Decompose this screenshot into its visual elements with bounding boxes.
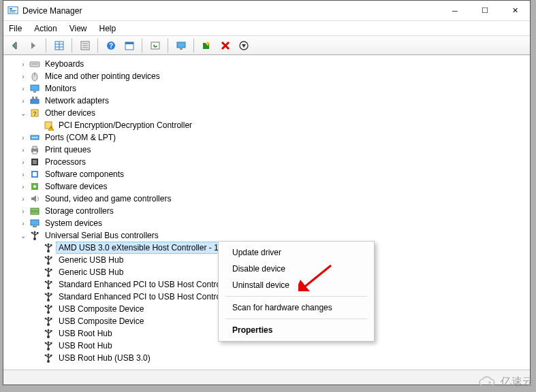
toolbar-delete-button[interactable] xyxy=(218,38,233,53)
tree-category[interactable]: ›Storage controllers xyxy=(7,205,530,217)
toolbar-props-grid-button[interactable] xyxy=(52,38,67,53)
svg-point-92 xyxy=(45,281,47,283)
tree-category[interactable]: ›Processors xyxy=(7,156,530,168)
tree-item[interactable]: USB Root Hub (USB 3.0) xyxy=(7,352,530,364)
watermark: 亿速云 xyxy=(475,375,533,389)
usb-icon xyxy=(43,328,54,339)
toolbar-add-hw-button[interactable] xyxy=(200,38,215,53)
context-menu-item[interactable]: Update driver xyxy=(219,244,374,261)
tree-category[interactable]: ›Ports (COM & LPT) xyxy=(7,131,530,144)
svg-rect-3 xyxy=(10,12,15,12)
menu-file[interactable]: File xyxy=(9,24,22,33)
maximize-button[interactable]: ☐ xyxy=(470,1,500,21)
svg-rect-31 xyxy=(31,85,39,91)
expander-icon[interactable]: › xyxy=(18,71,28,81)
context-menu-item[interactable]: Uninstall device xyxy=(219,277,374,293)
expander-icon[interactable]: › xyxy=(18,96,28,105)
context-menu-item[interactable]: Scan for hardware changes xyxy=(219,299,374,316)
expander-icon[interactable]: ⌄ xyxy=(18,108,28,118)
expander-icon[interactable]: › xyxy=(18,157,28,167)
toolbar-forward-button[interactable] xyxy=(26,38,41,53)
expander-icon[interactable]: ⌄ xyxy=(18,231,28,240)
toolbar-separator xyxy=(193,38,195,53)
toolbar-down-circle-button[interactable] xyxy=(236,38,251,53)
tree-label: Storage controllers xyxy=(43,206,116,216)
cpu-icon xyxy=(29,157,40,167)
tree-category[interactable]: ›System devices xyxy=(7,217,530,229)
expander-icon[interactable]: › xyxy=(18,59,28,69)
tree-category[interactable]: ›Software components xyxy=(7,168,530,180)
tree-category[interactable]: ⌄?Other devices xyxy=(7,107,530,119)
tree-label: USB Root Hub (USB 3.0) xyxy=(57,353,153,363)
svg-text:?: ? xyxy=(33,110,36,117)
context-menu-item[interactable]: Properties xyxy=(219,322,374,338)
tree-category[interactable]: ›Monitors xyxy=(7,82,530,95)
usb-icon xyxy=(43,267,54,278)
svg-rect-2 xyxy=(10,10,16,11)
svg-marker-119 xyxy=(47,329,50,331)
svg-rect-56 xyxy=(31,212,39,214)
tree-category[interactable]: ⌄Universal Serial Bus controllers xyxy=(7,229,530,242)
svg-rect-93 xyxy=(50,281,52,283)
toolbar-help-button[interactable]: ? xyxy=(104,38,119,53)
menu-action[interactable]: Action xyxy=(34,24,57,33)
minimize-button[interactable]: ─ xyxy=(440,1,470,21)
menu-view[interactable]: View xyxy=(69,24,87,33)
app-icon xyxy=(7,5,18,16)
svg-marker-105 xyxy=(47,304,50,306)
tree-label: USB Composite Device xyxy=(57,316,146,327)
toolbar-monitor-button[interactable] xyxy=(174,38,189,53)
tree-label: Mice and other pointing devices xyxy=(43,71,162,82)
svg-rect-34 xyxy=(32,97,34,99)
svg-marker-91 xyxy=(47,280,50,282)
svg-rect-24 xyxy=(206,43,210,44)
tree-label: System devices xyxy=(43,218,104,229)
svg-rect-21 xyxy=(180,48,183,50)
expander-icon[interactable]: › xyxy=(18,169,28,179)
close-button[interactable]: ✕ xyxy=(500,1,530,21)
svg-point-44 xyxy=(36,137,37,138)
toolbar-separator xyxy=(46,38,47,53)
svg-rect-51 xyxy=(33,172,37,176)
tree-category[interactable]: ›Print queues xyxy=(7,144,530,156)
mouse-icon xyxy=(29,71,40,82)
tree-category[interactable]: ›Mice and other pointing devices xyxy=(7,70,530,82)
toolbar-back-button[interactable] xyxy=(7,38,22,53)
tree-label: USB Composite Device xyxy=(57,304,146,314)
svg-rect-55 xyxy=(31,208,39,211)
expander-icon[interactable]: › xyxy=(18,84,28,93)
tree-item[interactable]: !PCI Encryption/Decryption Controller xyxy=(7,119,530,131)
svg-rect-107 xyxy=(50,306,52,308)
tree-category[interactable]: ›Network adapters xyxy=(7,95,530,107)
menubar: File Action View Help xyxy=(3,21,530,36)
toolbar-separator xyxy=(72,38,73,53)
expander-icon[interactable]: › xyxy=(18,182,28,191)
menu-help[interactable]: Help xyxy=(99,24,116,33)
expander-icon[interactable]: › xyxy=(18,145,28,154)
toolbar-refresh-button[interactable] xyxy=(148,38,163,53)
expander-icon[interactable]: › xyxy=(18,206,28,216)
svg-rect-135 xyxy=(50,355,52,357)
svg-point-64 xyxy=(31,232,33,234)
toolbar-calendar-button[interactable] xyxy=(122,38,137,53)
tree-label: Generic USB Hub xyxy=(57,255,125,265)
expander-icon[interactable]: › xyxy=(18,133,28,142)
toolbar-list-button[interactable] xyxy=(78,38,93,53)
expander-icon[interactable]: › xyxy=(18,218,28,228)
usb-icon xyxy=(43,316,54,327)
tree-category[interactable]: ›Keyboards xyxy=(7,58,530,70)
audio-icon xyxy=(29,193,40,204)
tree-label: Processors xyxy=(43,157,88,167)
svg-point-42 xyxy=(32,137,33,138)
svg-marker-133 xyxy=(47,353,50,355)
context-menu-item[interactable]: Disable device xyxy=(219,261,374,277)
svg-marker-54 xyxy=(31,195,36,202)
svg-text:?: ? xyxy=(109,42,113,50)
expander-icon[interactable]: › xyxy=(18,194,28,203)
context-menu: Update driverDisable deviceUninstall dev… xyxy=(218,241,375,342)
tree-category[interactable]: ›Sound, video and game controllers xyxy=(7,193,530,205)
tree-category[interactable]: ›Software devices xyxy=(7,180,530,193)
tree-label: Ports (COM & LPT) xyxy=(43,132,118,143)
port-icon xyxy=(29,132,40,143)
storage-icon xyxy=(29,206,40,216)
